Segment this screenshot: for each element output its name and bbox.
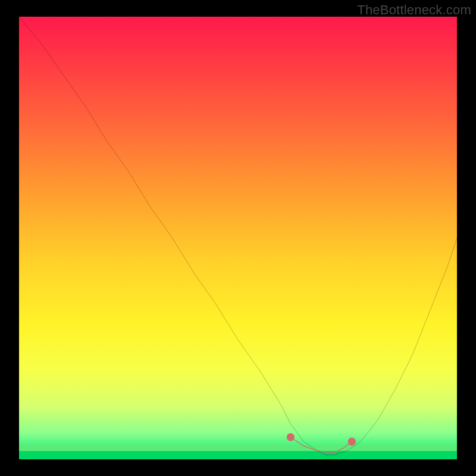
watermark-text: TheBottleneck.com [357,2,471,18]
optimal-marker [19,17,457,459]
svg-point-1 [348,438,356,446]
plot-area [19,17,457,459]
svg-point-0 [287,433,295,441]
chart-frame: TheBottleneck.com [0,0,476,476]
